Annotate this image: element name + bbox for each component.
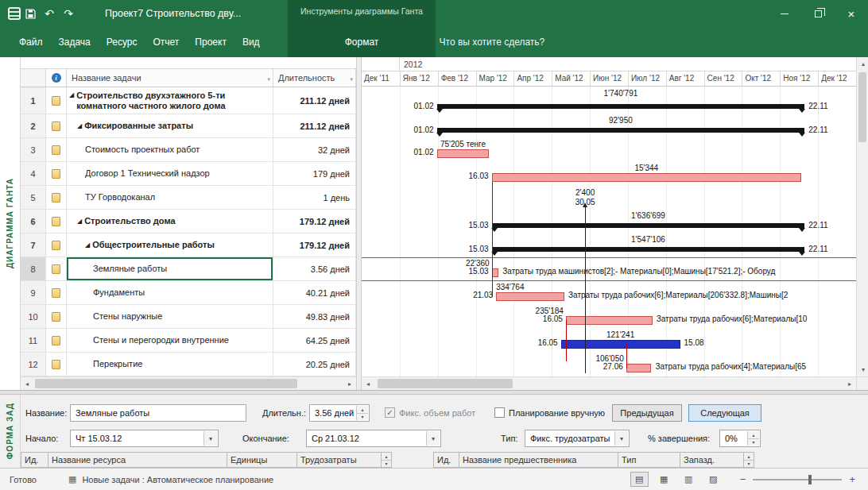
month-label[interactable]: Ноя '12 bbox=[780, 71, 818, 86]
view-label-strip-gantt[interactable]: ДИАГРАММА ГАНТА bbox=[0, 57, 21, 390]
row-number[interactable]: 8 bbox=[21, 257, 46, 280]
task-bar[interactable] bbox=[561, 340, 680, 349]
row-number[interactable]: 7 bbox=[21, 233, 46, 257]
spinner-buttons[interactable]: ▴▾ bbox=[356, 406, 368, 420]
task-duration-cell[interactable]: 20.25 дней bbox=[273, 353, 356, 376]
table-row[interactable]: 7◢Общестроительные работы179.12 дней bbox=[21, 233, 356, 257]
summary-bar[interactable] bbox=[492, 247, 805, 252]
task-name-cell[interactable]: ◢Строительство дома bbox=[67, 210, 273, 233]
zoom-out-icon[interactable]: − bbox=[740, 473, 746, 485]
row-number[interactable]: 10 bbox=[21, 305, 46, 328]
row-number[interactable]: 12 bbox=[21, 353, 46, 376]
task-duration-cell[interactable]: 211.12 дней bbox=[273, 114, 356, 137]
month-label[interactable]: Авг '12 bbox=[666, 71, 704, 86]
tab-task[interactable]: Задача bbox=[51, 27, 99, 57]
row-number[interactable]: 4 bbox=[21, 162, 46, 185]
predecessor-grid-scrollbar[interactable]: ▴▾ bbox=[743, 452, 754, 468]
view-resource-sheet-icon[interactable]: ▨ bbox=[704, 472, 723, 487]
table-row[interactable]: 9Фундаменты40.21 дней bbox=[21, 281, 356, 305]
scrollbar-track[interactable] bbox=[33, 377, 343, 390]
filter-icon[interactable]: ▾ bbox=[267, 76, 270, 83]
resource-grid-header-units[interactable]: Единицы bbox=[227, 452, 297, 468]
task-duration-cell[interactable]: 1 день bbox=[273, 186, 356, 209]
month-label[interactable]: Янв '12 bbox=[400, 71, 438, 86]
predecessor-grid-header-id[interactable]: Ид. bbox=[433, 452, 459, 468]
summary-bar[interactable] bbox=[437, 128, 805, 133]
task-duration-cell[interactable]: 32 дней bbox=[273, 138, 356, 161]
row-number[interactable]: 2 bbox=[21, 114, 46, 137]
scroll-down-icon[interactable]: ▾ bbox=[744, 460, 754, 468]
expand-triangle-icon[interactable]: ◢ bbox=[69, 91, 74, 100]
chevron-down-icon[interactable]: ▾ bbox=[426, 431, 440, 446]
expand-triangle-icon[interactable]: ◢ bbox=[77, 217, 82, 226]
chevron-down-icon[interactable]: ▾ bbox=[203, 431, 217, 446]
task-name-cell[interactable]: ◢Общестроительные работы bbox=[67, 233, 273, 257]
percent-complete-spinner[interactable]: 0% ▴▾ bbox=[719, 430, 761, 447]
scroll-left-icon[interactable]: ◂ bbox=[21, 377, 33, 391]
task-name-cell[interactable]: Фундаменты bbox=[67, 281, 273, 304]
vertical-scrollbar[interactable]: ▴ ▾ bbox=[856, 57, 868, 376]
task-bar[interactable] bbox=[492, 173, 801, 182]
scrollbar-thumb[interactable] bbox=[378, 379, 513, 388]
timescale-months[interactable]: Дек '11Янв '12Фев '12Мар '12Апр '12Май '… bbox=[362, 71, 856, 87]
task-bar[interactable] bbox=[437, 149, 490, 158]
chevron-down-icon[interactable]: ▾ bbox=[614, 431, 628, 446]
zoom-in-icon[interactable]: + bbox=[849, 473, 855, 485]
timescale[interactable]: 2012 Дек '11Янв '12Фев '12Мар '12Апр '12… bbox=[362, 57, 856, 87]
scroll-left-icon[interactable]: ◂ bbox=[362, 377, 374, 391]
view-team-planner-icon[interactable]: ▥ bbox=[680, 472, 698, 487]
scrollbar-track[interactable] bbox=[374, 377, 843, 390]
task-bar[interactable] bbox=[496, 292, 564, 301]
task-bar[interactable] bbox=[566, 316, 653, 325]
task-duration-cell[interactable]: 64.25 дней bbox=[273, 329, 356, 352]
task-name-cell[interactable]: Стоимость проектных работ bbox=[67, 138, 273, 161]
task-duration-cell[interactable]: 179 дней bbox=[273, 162, 356, 185]
info-column-header[interactable]: i bbox=[46, 69, 67, 87]
chart-horizontal-scrollbar[interactable]: ◂ ▸ bbox=[362, 376, 856, 390]
view-task-usage-icon[interactable]: ▦ bbox=[655, 472, 673, 487]
table-horizontal-scrollbar[interactable]: ◂ ▸ bbox=[21, 376, 356, 390]
table-row[interactable]: 1◢Строительство двухэтажного 5-ти комнат… bbox=[21, 87, 356, 114]
timescale-year-tier[interactable]: 2012 bbox=[362, 57, 856, 71]
scroll-up-icon[interactable]: ▴ bbox=[744, 453, 754, 460]
task-duration-cell[interactable]: 179.12 дней bbox=[273, 210, 356, 233]
month-label[interactable]: Дек '11 bbox=[362, 71, 400, 86]
month-label[interactable]: Мар '12 bbox=[476, 71, 514, 86]
save-icon[interactable] bbox=[21, 3, 40, 24]
table-row[interactable]: 2◢Фиксированные затраты211.12 дней bbox=[21, 114, 356, 138]
expand-triangle-icon[interactable]: ◢ bbox=[77, 122, 82, 131]
duration-column-header[interactable]: Длительность ▾ bbox=[273, 69, 356, 87]
name-column-header[interactable]: Название задачи ▾ bbox=[67, 69, 273, 87]
task-name-cell[interactable]: Стены и перегородки внутренние bbox=[67, 329, 273, 352]
tell-me[interactable]: Что вы хотите сделать? bbox=[424, 37, 545, 48]
month-label[interactable]: Июн '12 bbox=[590, 71, 628, 86]
spinner-buttons[interactable]: ▴▾ bbox=[747, 431, 759, 446]
month-label[interactable]: Апр '12 bbox=[513, 71, 552, 86]
resource-grid-header-name[interactable]: Название ресурса bbox=[48, 452, 227, 468]
tab-view[interactable]: Вид bbox=[234, 27, 268, 57]
task-name-cell[interactable]: ◢Фиксированные затраты bbox=[67, 114, 273, 137]
spin-down-icon[interactable]: ▾ bbox=[357, 413, 368, 421]
restore-button[interactable] bbox=[801, 0, 835, 27]
row-number[interactable]: 3 bbox=[21, 138, 46, 161]
table-row[interactable]: 8Земляные работы3.56 дней bbox=[21, 257, 356, 281]
task-name-cell[interactable]: Земляные работы bbox=[67, 257, 273, 280]
table-row[interactable]: 3Стоимость проектных работ32 дней bbox=[21, 138, 356, 162]
scroll-down-icon[interactable]: ▾ bbox=[382, 460, 391, 468]
task-duration-cell[interactable]: 49.83 дней bbox=[273, 305, 356, 328]
tab-format[interactable]: Формат bbox=[345, 27, 379, 57]
spin-down-icon[interactable]: ▾ bbox=[748, 438, 759, 446]
summary-bar[interactable] bbox=[492, 223, 805, 228]
finish-date-dropdown[interactable]: Ср 21.03.12 ▾ bbox=[306, 430, 441, 447]
row-number[interactable]: 9 bbox=[21, 281, 46, 304]
scroll-up-icon[interactable]: ▴ bbox=[382, 453, 391, 460]
row-number[interactable]: 5 bbox=[21, 186, 46, 209]
month-label[interactable]: Сен '12 bbox=[704, 71, 742, 86]
table-row[interactable]: 4Договор 1 Технический надзор179 дней bbox=[21, 162, 356, 186]
predecessor-grid-header-type[interactable]: Тип bbox=[618, 452, 680, 468]
table-row[interactable]: 6◢Строительство дома179.12 дней bbox=[21, 210, 356, 233]
resource-grid-header-work[interactable]: Трудозатраты bbox=[296, 452, 382, 468]
spin-up-icon[interactable]: ▴ bbox=[748, 431, 759, 438]
resource-grid-scrollbar[interactable]: ▴▾ bbox=[381, 452, 392, 468]
task-name-cell[interactable]: Перекрытие bbox=[67, 353, 273, 376]
